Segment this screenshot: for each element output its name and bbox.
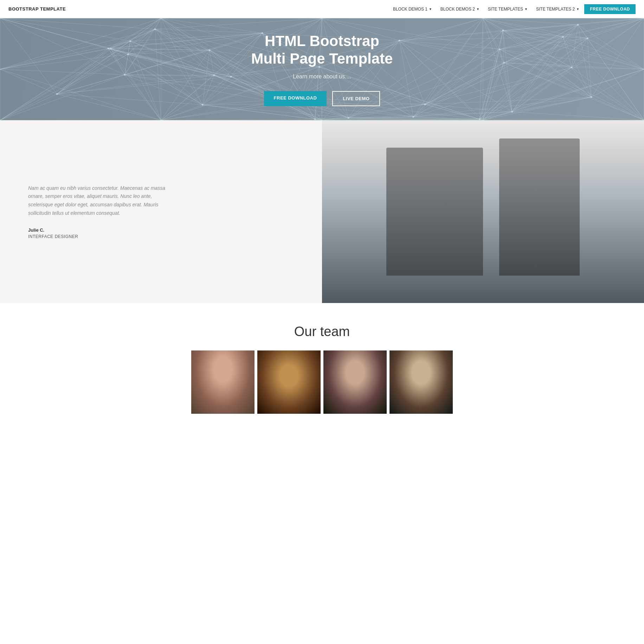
feature-text: Nam ac quam eu nibh varius consectetur. … (0, 120, 322, 303)
team-section: Our team (0, 303, 644, 428)
team-photo-2 (257, 350, 321, 414)
feature-office-photo (322, 120, 644, 303)
nav-block-demos-1[interactable]: BLOCK DEMOS 1 ▼ (389, 5, 436, 14)
feature-quote: Nam ac quam eu nibh varius consectetur. … (28, 184, 169, 218)
dropdown-arrow-icon: ▼ (524, 7, 528, 11)
navigation: BOOTSTRAP TEMPLATE BLOCK DEMOS 1 ▼ BLOCK… (0, 0, 644, 18)
team-grid (7, 350, 637, 414)
team-card-1 (191, 350, 255, 414)
feature-section: Nam ac quam eu nibh varius consectetur. … (0, 120, 644, 303)
nav-brand[interactable]: BOOTSTRAP TEMPLATE (8, 6, 66, 12)
hero-content: HTML Bootstrap Multi Page Template Learn… (244, 18, 400, 120)
nav-site-templates-2[interactable]: SITE TEMPLATES 2 ▼ (533, 5, 583, 14)
nav-site-templates[interactable]: SITE TEMPLATES ▼ (484, 5, 531, 14)
nav-block-demos-2[interactable]: BLOCK DEMOS 2 ▼ (437, 5, 483, 14)
feature-name: Julie C. (28, 227, 169, 233)
hero-buttons: FREE DOWNLOAD LIVE DEMO (251, 91, 393, 106)
feature-text-inner: Nam ac quam eu nibh varius consectetur. … (28, 184, 169, 239)
feature-image (322, 120, 644, 303)
team-card-2 (257, 350, 321, 414)
dropdown-arrow-icon: ▼ (576, 7, 579, 11)
nav-links: BLOCK DEMOS 1 ▼ BLOCK DEMOS 2 ▼ SITE TEM… (389, 4, 636, 14)
hero-subtitle: Learn more about us.... (251, 73, 393, 80)
hero-free-download-button[interactable]: FREE DOWNLOAD (264, 91, 327, 106)
hero-live-demo-button[interactable]: LIVE DEMO (332, 91, 380, 106)
team-photo-3 (323, 350, 387, 414)
team-photo-1 (191, 350, 255, 414)
team-card-4 (389, 350, 453, 414)
nav-free-download-button[interactable]: FREE DOWNLOAD (584, 4, 636, 14)
hero-title: HTML Bootstrap Multi Page Template (251, 32, 393, 68)
team-photo-4 (389, 350, 453, 414)
team-card-3 (323, 350, 387, 414)
dropdown-arrow-icon: ▼ (429, 7, 432, 11)
team-title: Our team (7, 324, 637, 339)
hero-section: HTML Bootstrap Multi Page Template Learn… (0, 18, 644, 120)
feature-role: INTERFACE DESIGNER (28, 234, 169, 239)
dropdown-arrow-icon: ▼ (476, 7, 479, 11)
